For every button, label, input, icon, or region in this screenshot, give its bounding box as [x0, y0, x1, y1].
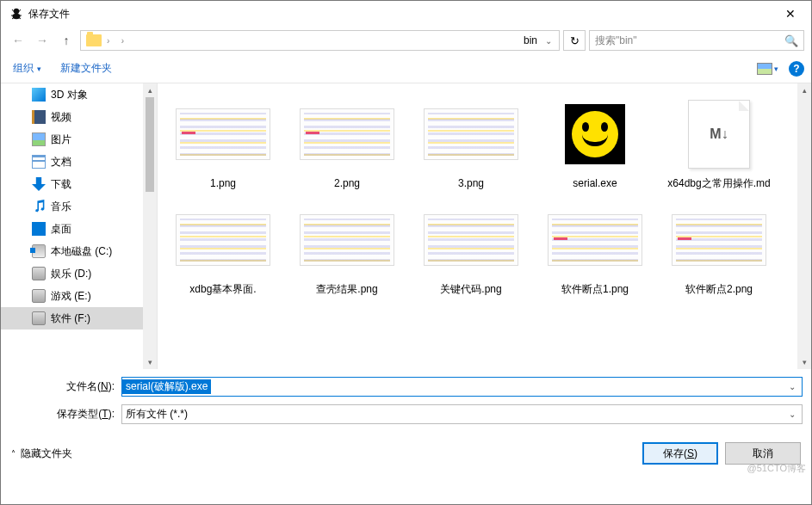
file-item[interactable]: 查壳结果.png: [285, 196, 409, 302]
file-name: 软件断点2.png: [685, 283, 753, 297]
sidebar-item-label: 图片: [51, 132, 71, 147]
chevron-down-icon[interactable]: ⌄: [783, 382, 802, 391]
address-dropdown-icon[interactable]: ⌄: [540, 36, 557, 46]
sidebar-item-label: 视频: [51, 110, 71, 125]
filename-input[interactable]: serial(破解版).exe ⌄: [121, 377, 803, 397]
sidebar-item[interactable]: 3D 对象: [1, 83, 157, 106]
diskb-icon: [32, 289, 46, 303]
help-button[interactable]: ?: [789, 61, 804, 77]
film-icon: [32, 110, 46, 124]
scrollbar-thumb[interactable]: [146, 97, 154, 192]
scroll-up-icon[interactable]: ▴: [797, 83, 811, 97]
sidebar-item[interactable]: 娱乐 (D:): [1, 262, 157, 285]
file-name: x64dbg之常用操作.md: [667, 177, 770, 191]
sidebar-scrollbar[interactable]: ▴ ▾: [143, 83, 157, 369]
file-thumbnail: [171, 201, 275, 279]
hide-folders-toggle[interactable]: ˄ 隐藏文件夹: [11, 446, 72, 461]
breadcrumb-segment[interactable]: [111, 31, 119, 50]
body-split: 3D 对象视频图片文档下载音乐桌面本地磁盘 (C:)娱乐 (D:)游戏 (E:)…: [1, 83, 811, 369]
file-name: 1.png: [210, 177, 236, 191]
address-bar[interactable]: › › bin ⌄: [80, 30, 560, 51]
file-item[interactable]: serial.exe: [533, 90, 657, 196]
file-thumbnail: [419, 201, 523, 279]
hide-folders-label: 隐藏文件夹: [21, 446, 72, 461]
save-form: 文件名(N): serial(破解版).exe ⌄ 保存类型(T): 所有文件 …: [1, 369, 811, 435]
file-item[interactable]: 2.png: [285, 90, 409, 196]
new-folder-button[interactable]: 新建文件夹: [55, 58, 117, 79]
title-bar: 保存文件 ✕: [1, 1, 811, 27]
sidebar-item[interactable]: 本地磁盘 (C:): [1, 240, 157, 262]
sidebar-item[interactable]: 下载: [1, 173, 157, 195]
nav-up-button[interactable]: ↑: [56, 30, 77, 51]
scroll-down-icon[interactable]: ▾: [143, 355, 157, 369]
file-scrollbar[interactable]: ▴ ▾: [797, 83, 811, 369]
file-name: xdbg基本界面.: [189, 283, 256, 297]
sidebar-item[interactable]: 视频: [1, 106, 157, 128]
cancel-label: 取消: [753, 446, 773, 461]
file-item[interactable]: M↓x64dbg之常用操作.md: [657, 90, 781, 196]
file-item[interactable]: 1.png: [161, 90, 285, 196]
svg-point-0: [14, 9, 19, 14]
sidebar-item[interactable]: 软件 (F:): [1, 307, 157, 329]
file-item[interactable]: 软件断点1.png: [533, 196, 657, 302]
chevron-down-icon[interactable]: ⌄: [783, 410, 802, 419]
chevron-down-icon[interactable]: ▾: [774, 65, 778, 73]
organize-label: 组织: [13, 61, 34, 76]
file-thumbnail: [171, 95, 275, 173]
sidebar-item-label: 游戏 (E:): [51, 289, 91, 304]
filetype-select[interactable]: 所有文件 (*.*) ⌄: [121, 404, 803, 424]
file-thumbnail: [543, 201, 647, 279]
file-item[interactable]: 软件断点2.png: [657, 196, 781, 302]
file-thumbnail: M↓: [667, 95, 771, 173]
doc-icon: [32, 155, 46, 169]
filetype-value: 所有文件 (*.*): [122, 407, 191, 422]
sidebar-item-label: 音乐: [51, 200, 71, 214]
save-button[interactable]: 保存(S): [642, 442, 718, 465]
sidebar-item[interactable]: 音乐: [1, 195, 157, 218]
breadcrumb-segment-current[interactable]: bin: [521, 31, 540, 50]
chevron-right-icon[interactable]: ›: [120, 36, 126, 46]
app-icon: [9, 7, 23, 21]
folder-icon: [86, 34, 102, 46]
file-name: serial.exe: [573, 177, 617, 191]
search-icon: 🔍: [784, 34, 798, 47]
file-thumbnail: [543, 95, 647, 173]
sidebar-item[interactable]: 游戏 (E:): [1, 285, 157, 307]
chevron-right-icon[interactable]: ›: [105, 36, 111, 46]
nav-back-button[interactable]: ←: [8, 30, 28, 51]
disk-icon: [32, 244, 46, 258]
organize-menu[interactable]: 组织 ▾: [8, 58, 46, 79]
desk-icon: [32, 222, 46, 236]
sidebar-item-label: 桌面: [51, 222, 71, 237]
file-item[interactable]: 关键代码.png: [409, 196, 533, 302]
sidebar-item-label: 本地磁盘 (C:): [51, 244, 112, 259]
file-name: 关键代码.png: [440, 283, 501, 297]
file-item[interactable]: xdbg基本界面.: [161, 196, 285, 302]
view-mode-icon[interactable]: [757, 63, 772, 75]
sidebar-item-label: 下载: [51, 177, 71, 192]
close-button[interactable]: ✕: [773, 2, 808, 26]
sidebar-item-label: 软件 (F:): [51, 311, 90, 326]
scroll-up-icon[interactable]: ▴: [143, 83, 157, 97]
sidebar-item-label: 3D 对象: [51, 88, 88, 102]
sidebar-item[interactable]: 文档: [1, 151, 157, 173]
file-thumbnail: [295, 201, 399, 279]
music-icon: [32, 200, 46, 213]
file-name: 查壳结果.png: [316, 283, 377, 297]
file-name: 3.png: [458, 177, 484, 191]
search-input[interactable]: 搜索"bin" 🔍: [589, 30, 804, 51]
sidebar-item[interactable]: 图片: [1, 128, 157, 151]
down-icon: [32, 177, 46, 191]
watermark: @51CTO博客: [747, 462, 806, 475]
file-thumbnail: [295, 95, 399, 173]
file-item[interactable]: 3.png: [409, 90, 533, 196]
window-title: 保存文件: [28, 7, 773, 22]
footer: ˄ 隐藏文件夹 保存(S) 取消: [1, 435, 811, 471]
sidebar-item-label: 文档: [51, 155, 71, 169]
sidebar-item[interactable]: 桌面: [1, 218, 157, 240]
nav-forward-button[interactable]: →: [32, 30, 53, 51]
new-folder-label: 新建文件夹: [60, 61, 112, 76]
refresh-button[interactable]: ↻: [563, 30, 586, 51]
file-name: 软件断点1.png: [561, 283, 629, 297]
scroll-down-icon[interactable]: ▾: [797, 355, 811, 369]
